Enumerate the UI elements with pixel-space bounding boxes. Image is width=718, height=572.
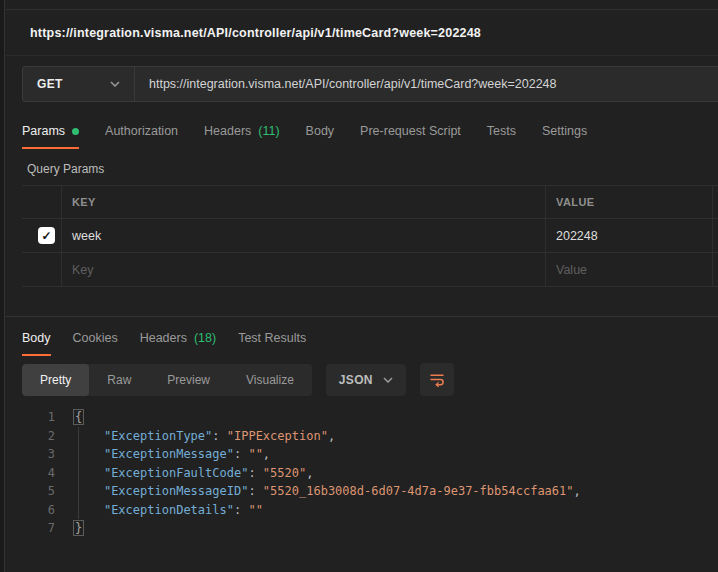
json-key: "ExceptionMessage" [104, 447, 234, 461]
response-tab-headers[interactable]: Headers (18) [140, 325, 216, 356]
url-input[interactable]: https://integration.visma.net/API/contro… [135, 67, 718, 101]
empty-checkbox-cell [22, 253, 61, 286]
json-value: "5520_16b3008d-6d07-4d7a-9e37-fbb54ccfaa… [263, 484, 574, 498]
code-line: 3 "ExceptionMessage": "", [6, 445, 718, 464]
new-value-input[interactable]: Value [545, 253, 712, 286]
key-placeholder: Key [72, 263, 94, 277]
line-number: 7 [6, 519, 55, 538]
json-key: "ExceptionDetails" [104, 503, 234, 517]
response-tab-cookies-label: Cookies [73, 331, 118, 345]
query-params-label: Query Params [27, 162, 718, 176]
param-enabled-checkbox[interactable]: ✓ [38, 227, 55, 244]
tab-params[interactable]: Params [22, 118, 79, 149]
code-line: 4 "ExceptionFaultCode": "5520", [6, 464, 718, 483]
json-key: "ExceptionFaultCode" [104, 466, 249, 480]
table-row: ✓ week 202248 [22, 219, 718, 253]
tab-body[interactable]: Body [306, 118, 335, 149]
method-label: GET [37, 77, 63, 91]
value-column-header: VALUE [545, 186, 712, 218]
request-url-row: GET https://integration.visma.net/API/co… [6, 56, 718, 112]
code-line: 5 "ExceptionMessageID": "5520_16b3008d-6… [6, 482, 718, 501]
response-tab-test-results-label: Test Results [238, 331, 306, 345]
json-value: "" [248, 503, 262, 517]
line-number: 1 [6, 408, 55, 427]
headers-count-badge: (11) [258, 124, 279, 138]
new-key-input[interactable]: Key [61, 253, 545, 286]
tab-tests[interactable]: Tests [487, 118, 516, 149]
window-left-edge [0, 0, 5, 572]
response-body-viewer[interactable]: 1 { 2 "ExceptionType": "IPPException", 3… [6, 408, 718, 538]
param-key: week [72, 229, 101, 243]
code-line: 6 "ExceptionDetails": "" [6, 501, 718, 520]
window-top-edge [6, 0, 718, 10]
query-params-table: KEY VALUE ✓ week 202248 Key Value [22, 185, 718, 287]
line-number: 4 [6, 464, 55, 483]
code-line: 1 { [6, 408, 718, 427]
tab-headers-label: Headers [204, 124, 251, 138]
param-value-cell[interactable]: 202248 [545, 219, 712, 252]
line-number: 6 [6, 501, 55, 520]
json-value: "IPPException" [227, 429, 328, 443]
request-title-bar: https://integration.visma.net/API/contro… [6, 10, 718, 56]
response-tab-body-label: Body [22, 331, 51, 345]
code-line: 7 } [6, 519, 718, 538]
tab-authorization-label: Authorization [105, 124, 178, 138]
url-bar: GET https://integration.visma.net/API/co… [22, 66, 718, 102]
visualize-view-button[interactable]: Visualize [228, 364, 312, 396]
row-sliver [712, 219, 718, 252]
request-title: https://integration.visma.net/API/contro… [30, 26, 481, 40]
chevron-down-icon [110, 81, 120, 87]
text-wrap-icon [429, 372, 445, 387]
wrap-text-button[interactable] [420, 363, 454, 396]
tab-body-label: Body [306, 124, 335, 138]
json-value: "" [248, 447, 262, 461]
json-key: "ExceptionMessageID" [104, 484, 249, 498]
table-empty-row: Key Value [22, 253, 718, 287]
tab-headers[interactable]: Headers (11) [204, 118, 280, 149]
view-mode-group: Pretty Raw Preview Visualize [22, 364, 312, 396]
checkbox-column-header [22, 186, 61, 218]
row-checkbox-cell: ✓ [22, 219, 61, 252]
json-value: "5520" [263, 466, 306, 480]
description-column-sliver [712, 186, 718, 218]
line-number: 2 [6, 427, 55, 446]
chevron-down-icon [383, 377, 393, 383]
tab-settings-label: Settings [542, 124, 587, 138]
tab-pre-request-script[interactable]: Pre-request Script [360, 118, 461, 149]
method-dropdown[interactable]: GET [23, 67, 135, 101]
code-line: 2 "ExceptionType": "IPPException", [6, 427, 718, 446]
tab-pre-request-script-label: Pre-request Script [360, 124, 461, 138]
line-number: 3 [6, 445, 55, 464]
response-tab-cookies[interactable]: Cookies [73, 325, 118, 356]
pretty-view-button[interactable]: Pretty [22, 364, 89, 396]
response-format-dropdown[interactable]: JSON [326, 364, 406, 396]
tab-tests-label: Tests [487, 124, 516, 138]
preview-view-button[interactable]: Preview [149, 364, 228, 396]
response-tabs: Body Cookies Headers (18) Test Results [6, 317, 718, 356]
line-number: 5 [6, 482, 55, 501]
tab-authorization[interactable]: Authorization [105, 118, 178, 149]
response-headers-count-badge: (18) [194, 331, 216, 345]
tab-params-label: Params [22, 124, 65, 138]
close-brace: } [73, 520, 84, 536]
response-tab-body[interactable]: Body [22, 325, 51, 356]
unsaved-params-dot-icon [72, 128, 79, 135]
table-header-row: KEY VALUE [22, 185, 718, 219]
raw-view-button[interactable]: Raw [89, 364, 149, 396]
empty-row-sliver [712, 253, 718, 286]
response-tab-test-results[interactable]: Test Results [238, 325, 306, 356]
response-tab-headers-label: Headers [140, 331, 187, 345]
json-key: "ExceptionType" [104, 429, 212, 443]
request-tabs: Params Authorization Headers (11) Body P… [6, 112, 718, 149]
open-brace: { [73, 409, 84, 425]
param-value: 202248 [556, 229, 598, 243]
bracket-guide-line [78, 427, 79, 519]
value-placeholder: Value [556, 263, 587, 277]
response-toolbar: Pretty Raw Preview Visualize JSON [22, 363, 718, 396]
param-key-cell[interactable]: week [61, 219, 545, 252]
key-column-header: KEY [61, 186, 545, 218]
format-label: JSON [339, 373, 373, 387]
tab-settings[interactable]: Settings [542, 118, 587, 149]
